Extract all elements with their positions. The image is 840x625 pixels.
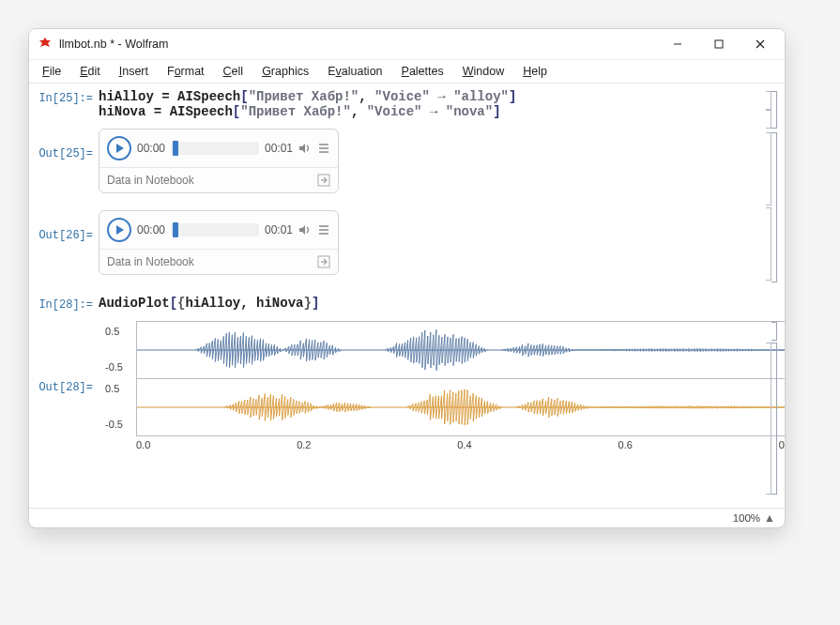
code-line: AudioPlot[{hiAlloy, hiNova}] <box>99 296 753 311</box>
cell-label-out25: Out[25]= <box>38 127 93 160</box>
menu-palettes[interactable]: Palettes <box>394 63 451 80</box>
wolfram-icon <box>37 36 53 53</box>
play-button[interactable] <box>107 218 131 242</box>
menu-file[interactable]: File <box>35 63 69 80</box>
audio-time-start: 00:00 <box>137 223 165 236</box>
statusbar: 100% ▲ <box>29 508 785 527</box>
y-tick-label: -0.5 <box>105 419 123 430</box>
cell-in28: In[28]:= AudioPlot[{hiAlloy, hiNova}] <box>38 296 753 312</box>
cell-label-in25: In[25]:= <box>38 89 93 105</box>
svg-marker-0 <box>39 38 51 47</box>
cell-out26: Out[26]= 00:00 00:01 Data in Notebook <box>38 208 753 284</box>
menu-window[interactable]: Window <box>455 63 512 80</box>
y-tick-label: 0.5 <box>105 326 119 337</box>
zoom-level[interactable]: 100% <box>733 512 760 524</box>
play-button[interactable] <box>107 136 131 160</box>
volume-icon[interactable] <box>298 143 312 154</box>
cell-in25: In[25]:= hiAlloy = AISpeech["Привет Хабр… <box>38 89 753 119</box>
x-tick-label: 0.4 <box>457 439 471 450</box>
titlebar: llmbot.nb * - Wolfram <box>29 29 785 60</box>
code-line-2: hiNova = AISpeech["Привет Хабр!", "Voice… <box>99 104 753 119</box>
waveform-pane-1: 0.5-0.5 <box>137 379 786 435</box>
menu-format[interactable]: Format <box>160 63 212 80</box>
x-tick-label: 0.0 <box>136 439 150 450</box>
notebook-body: In[25]:= hiAlloy = AISpeech["Привет Хабр… <box>29 84 785 508</box>
x-tick-label: 0.8 <box>779 439 786 450</box>
scroll-up-icon[interactable]: ▲ <box>764 511 775 525</box>
menu-evaluation[interactable]: Evaluation <box>320 63 389 80</box>
export-icon[interactable] <box>317 255 330 268</box>
y-tick-label: 0.5 <box>105 383 119 394</box>
cell-out28: Out[28]= 0.5-0.50.5-0.5 0.00.20.40.60.8 <box>38 317 753 450</box>
window-title: llmbot.nb * - Wolfram <box>59 38 657 51</box>
audio-player-2: 00:00 00:01 Data in Notebook <box>99 210 339 275</box>
cell-content-in28[interactable]: AudioPlot[{hiAlloy, hiNova}] <box>99 296 753 311</box>
audio-time-end: 00:01 <box>265 142 293 155</box>
waveform-pane-0: 0.5-0.5 <box>137 322 786 379</box>
audio-thumb[interactable] <box>173 141 178 156</box>
cell-content-in25[interactable]: hiAlloy = AISpeech["Привет Хабр!", "Voic… <box>99 89 753 119</box>
menu-help[interactable]: Help <box>515 63 555 80</box>
audio-time-end: 00:01 <box>265 223 293 236</box>
cell-label-out26: Out[26]= <box>38 208 93 242</box>
audio-player-1: 00:00 00:01 Data in Notebook <box>99 129 339 193</box>
menu-graphics[interactable]: Graphics <box>254 63 316 80</box>
app-window: llmbot.nb * - Wolfram File Edit Insert F… <box>28 28 786 528</box>
y-tick-label: -0.5 <box>105 361 123 373</box>
export-icon[interactable] <box>317 174 330 187</box>
cell-label-in28: In[28]:= <box>38 296 93 312</box>
svg-marker-11 <box>116 225 124 235</box>
menu-edit[interactable]: Edit <box>72 63 108 80</box>
maximize-button[interactable] <box>698 29 740 59</box>
svg-marker-6 <box>299 144 305 153</box>
volume-icon[interactable] <box>298 224 312 236</box>
audio-footer-label: Data in Notebook <box>107 174 194 187</box>
cell-label-out28: Out[28]= <box>38 317 93 394</box>
audio-menu-icon[interactable] <box>317 143 330 154</box>
svg-rect-2 <box>715 40 723 48</box>
svg-marker-12 <box>299 225 305 235</box>
audio-menu-icon[interactable] <box>317 224 330 236</box>
svg-marker-5 <box>116 144 124 153</box>
close-button[interactable] <box>740 29 781 59</box>
audio-plot: 0.5-0.50.5-0.5 <box>136 321 786 436</box>
cell-content-out25: 00:00 00:01 Data in Notebook <box>99 127 753 203</box>
cell-out25: Out[25]= 00:00 00:01 Data in Notebook <box>38 127 753 203</box>
audio-thumb[interactable] <box>173 222 178 237</box>
cell-content-out26: 00:00 00:01 Data in Notebook <box>99 208 753 284</box>
code-line-1: hiAlloy = AISpeech["Привет Хабр!", "Voic… <box>99 89 753 104</box>
menubar: File Edit Insert Format Cell Graphics Ev… <box>29 60 785 84</box>
audio-track[interactable] <box>171 223 259 236</box>
cell-content-out28: 0.5-0.50.5-0.5 0.00.20.40.60.8 <box>99 317 786 450</box>
audio-footer-label: Data in Notebook <box>107 255 194 268</box>
audio-track[interactable] <box>171 142 259 155</box>
menu-insert[interactable]: Insert <box>112 63 156 80</box>
cell-brackets[interactable] <box>756 91 777 481</box>
x-tick-label: 0.2 <box>297 439 311 450</box>
x-axis-ticks: 0.00.20.40.60.8 <box>136 436 786 450</box>
x-tick-label: 0.6 <box>619 439 633 450</box>
audio-time-start: 00:00 <box>137 142 165 155</box>
menu-cell[interactable]: Cell <box>216 63 252 80</box>
minimize-button[interactable] <box>657 29 698 59</box>
